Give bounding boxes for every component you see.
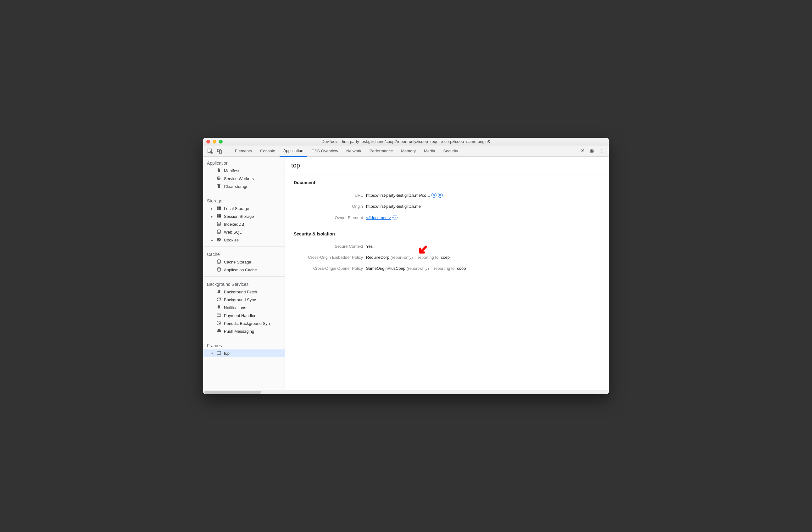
expand-caret-icon[interactable]: ▶ [211, 215, 214, 218]
sidebar-section-cache: Cache [203, 251, 285, 258]
more-tabs-icon[interactable] [579, 147, 586, 155]
expand-caret-icon[interactable]: ▶ [211, 207, 214, 210]
sidebar-item-cache-storage[interactable]: Cache Storage [203, 258, 285, 266]
expand-caret-icon[interactable]: ▶ [211, 239, 214, 242]
value-text: RequireCorp [366, 255, 389, 260]
info-row: Secure ContextYes [294, 241, 600, 252]
svg-point-5 [601, 152, 603, 153]
application-sidebar[interactable]: ApplicationManifestService WorkersClear … [203, 157, 285, 390]
tab-css-overview[interactable]: CSS Overview [308, 145, 342, 157]
svg-point-21 [218, 240, 219, 240]
reporting-label: reporting to: [434, 266, 456, 271]
owner-element-link[interactable]: <#document> [366, 215, 391, 220]
minus-badge-icon[interactable]: ⊖ [432, 193, 436, 198]
tab-performance[interactable]: Performance [366, 145, 396, 157]
svg-point-22 [217, 260, 220, 261]
value-text: Yes [366, 244, 373, 249]
reporting-target: coep [441, 255, 450, 260]
file-icon [216, 168, 221, 173]
tab-elements[interactable]: Elements [231, 145, 256, 157]
database-icon [216, 222, 221, 227]
sidebar-item-label: Background Fetch [224, 290, 257, 294]
svg-rect-24 [217, 314, 221, 317]
cookie-icon [216, 237, 221, 243]
main-panel: top DocumentURLhttps://first-party-test.… [285, 157, 609, 390]
reload-badge-icon[interactable]: ⟳ [438, 193, 443, 198]
tab-application[interactable]: Application [279, 145, 307, 157]
inspect-icon[interactable] [206, 147, 214, 155]
info-row: URLhttps://first-party-test.glitch.me/co… [294, 190, 600, 201]
sidebar-item-label: Manifest [224, 168, 239, 173]
svg-rect-12 [217, 214, 219, 215]
minimize-window-button[interactable] [213, 140, 216, 143]
sidebar-horizontal-scrollbar[interactable] [203, 390, 609, 394]
info-row: Cross-Origin Opener PolicySameOriginPlus… [294, 263, 600, 274]
sidebar-item-label: Background Sync [224, 297, 256, 302]
svg-point-18 [217, 238, 221, 241]
row-value: https://first-party-test.glitch.me/co…⊖⟳ [366, 193, 443, 198]
sidebar-item-application-cache[interactable]: Application Cache [203, 266, 285, 274]
tab-console[interactable]: Console [256, 145, 279, 157]
sidebar-item-top[interactable]: ▼top [203, 349, 285, 357]
sidebar-item-cookies[interactable]: ▶Cookies [203, 236, 285, 244]
kebab-menu-icon[interactable] [598, 147, 606, 155]
toolbar: ElementsConsoleApplicationCSS OverviewNe… [203, 145, 609, 157]
row-value: RequireCorp (report-only)reporting to: c… [366, 255, 450, 260]
grid-icon [216, 206, 221, 211]
group-title: Security & Isolation [294, 232, 600, 236]
bell-icon [216, 305, 221, 310]
svg-point-17 [217, 230, 220, 231]
sidebar-item-session-storage[interactable]: ▶Session Storage [203, 212, 285, 220]
trash-icon [216, 184, 221, 189]
svg-rect-8 [217, 207, 219, 208]
database-icon [216, 260, 221, 265]
svg-point-16 [217, 222, 220, 223]
sidebar-item-service-workers[interactable]: Service Workers [203, 175, 285, 183]
sidebar-item-label: Web SQL [224, 230, 242, 235]
tab-network[interactable]: Network [343, 145, 365, 157]
info-row: Owner Element<#document></> [294, 212, 600, 223]
row-label: Cross-Origin Embedder Policy [294, 255, 366, 260]
device-toggle-icon[interactable] [216, 147, 223, 155]
sidebar-item-label: Clear storage [224, 184, 248, 189]
sidebar-item-periodic-background-syn[interactable]: Periodic Background Syn [203, 320, 285, 327]
sidebar-item-label: Push Messaging [224, 329, 254, 334]
sidebar-item-notifications[interactable]: Notifications [203, 304, 285, 312]
grid-icon [216, 214, 221, 219]
group-title: Document [294, 180, 600, 185]
value-text: SameOriginPlusCoep [366, 266, 405, 271]
sidebar-section-application: Application [203, 159, 285, 167]
card-icon [216, 313, 221, 318]
sidebar-item-label: Notifications [224, 305, 246, 310]
row-value: <#document></> [366, 215, 397, 220]
svg-rect-2 [219, 150, 221, 153]
sidebar-item-web-sql[interactable]: Web SQL [203, 228, 285, 236]
svg-rect-11 [219, 208, 221, 210]
tab-security[interactable]: Security [440, 145, 462, 157]
titlebar: DevTools - first-party-test.glitch.me/co… [203, 138, 609, 145]
expand-caret-icon[interactable]: ▼ [211, 352, 214, 355]
settings-gear-icon[interactable] [588, 147, 596, 155]
sidebar-item-push-messaging[interactable]: Push Messaging [203, 327, 285, 335]
tab-media[interactable]: Media [420, 145, 439, 157]
code-icon[interactable]: </> [392, 215, 397, 220]
tab-memory[interactable]: Memory [397, 145, 420, 157]
sidebar-item-background-fetch[interactable]: Background Fetch [203, 288, 285, 296]
sidebar-item-label: Service Workers [224, 176, 254, 181]
zoom-window-button[interactable] [219, 140, 223, 143]
info-row: Originhttps://first-party-test.glitch.me [294, 201, 600, 212]
sidebar-item-background-sync[interactable]: Background Sync [203, 296, 285, 304]
sidebar-item-manifest[interactable]: Manifest [203, 167, 285, 175]
updown-icon [216, 289, 221, 295]
close-window-button[interactable] [206, 140, 210, 143]
sidebar-item-payment-handler[interactable]: Payment Handler [203, 312, 285, 320]
sidebar-item-local-storage[interactable]: ▶Local Storage [203, 205, 285, 212]
frame-icon [216, 351, 221, 356]
reporting-target: coop [457, 266, 466, 271]
sidebar-item-label: Local Storage [224, 206, 249, 211]
sidebar-item-clear-storage[interactable]: Clear storage [203, 183, 285, 191]
value-text: https://first-party-test.glitch.me/co… [366, 193, 430, 198]
sidebar-item-indexeddb[interactable]: IndexedDB [203, 220, 285, 228]
svg-rect-9 [219, 207, 221, 208]
svg-rect-26 [217, 351, 221, 354]
